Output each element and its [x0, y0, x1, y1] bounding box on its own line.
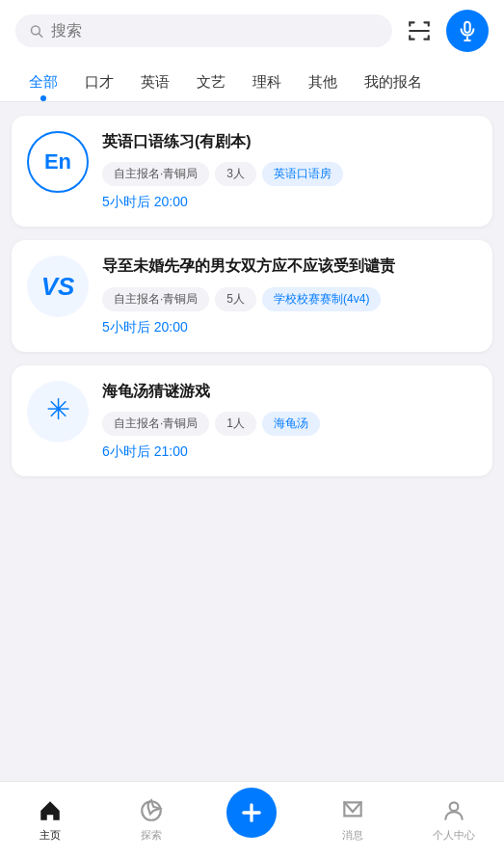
bottom-nav: 主页 探索 消息 — [0, 781, 504, 858]
svg-text:✳: ✳ — [46, 394, 70, 425]
card-vs-body: 导至未婚先孕的男女双方应不应该受到谴责 自主报名·青铜局 5人 学校校赛赛制(4… — [102, 255, 477, 335]
card-turtle-icon: ✳ — [27, 381, 89, 442]
card-turtle-tag1: 自主报名·青铜局 — [102, 412, 209, 436]
svg-rect-3 — [464, 22, 470, 33]
card-turtle-tag3: 海龟汤 — [262, 412, 320, 436]
home-icon — [37, 797, 64, 824]
card-en-tag3: 英语口语房 — [262, 162, 343, 186]
nav-plus[interactable] — [201, 788, 303, 853]
card-turtle-title: 海龟汤猜谜游戏 — [102, 381, 477, 402]
card-en-tags: 自主报名·青铜局 3人 英语口语房 — [102, 162, 477, 186]
search-bar — [0, 0, 504, 62]
card-vs-icon: VS — [27, 255, 89, 317]
card-english[interactable]: En 英语口语练习(有剧本) 自主报名·青铜局 3人 英语口语房 5小时后 20… — [12, 116, 492, 227]
card-vs-tags: 自主报名·青铜局 5人 学校校赛赛制(4v4) — [102, 287, 477, 311]
svg-point-7 — [142, 801, 161, 820]
turtle-asterisk-icon: ✳ — [40, 394, 75, 429]
card-en-tag2: 3人 — [215, 162, 256, 186]
card-vs-tag1: 自主报名·青铜局 — [102, 287, 209, 311]
card-turtle-tag2: 1人 — [215, 412, 256, 436]
svg-line-1 — [39, 34, 41, 37]
card-vs-time: 5小时后 20:00 — [102, 319, 477, 336]
nav-home-label: 主页 — [40, 828, 61, 843]
tab-english[interactable]: 英语 — [127, 62, 183, 101]
profile-icon — [440, 797, 467, 824]
tab-mine[interactable]: 我的报名 — [351, 62, 436, 101]
tab-all[interactable]: 全部 — [15, 62, 71, 101]
plus-button[interactable] — [226, 788, 277, 838]
plus-icon — [238, 799, 265, 826]
mic-button[interactable] — [446, 10, 489, 52]
explore-icon — [138, 797, 165, 824]
messages-icon — [339, 797, 366, 824]
nav-profile-label: 个人中心 — [433, 828, 475, 843]
card-vs-tag2: 5人 — [215, 287, 256, 311]
card-en-time: 5小时后 20:00 — [102, 194, 477, 211]
cards-list: En 英语口语练习(有剧本) 自主报名·青铜局 3人 英语口语房 5小时后 20… — [0, 102, 504, 563]
tab-arts[interactable]: 文艺 — [183, 62, 239, 101]
scan-button[interactable] — [402, 13, 437, 48]
tab-science[interactable]: 理科 — [239, 62, 295, 101]
card-turtle[interactable]: ✳ 海龟汤猜谜游戏 自主报名·青铜局 1人 海龟汤 6小时后 21:00 — [12, 365, 492, 476]
nav-explore-label: 探索 — [141, 828, 162, 843]
search-input-wrap[interactable] — [15, 14, 392, 47]
nav-explore[interactable]: 探索 — [101, 797, 202, 843]
card-en-icon: En — [27, 131, 89, 193]
nav-messages[interactable]: 消息 — [303, 797, 404, 843]
card-turtle-time: 6小时后 21:00 — [102, 443, 477, 461]
card-debate[interactable]: VS 导至未婚先孕的男女双方应不应该受到谴责 自主报名·青铜局 5人 学校校赛赛… — [12, 240, 492, 351]
tab-other[interactable]: 其他 — [295, 62, 351, 101]
category-tabs: 全部 口才 英语 文艺 理科 其他 我的报名 — [0, 62, 504, 102]
search-icon — [29, 23, 43, 39]
scan-icon — [407, 18, 432, 43]
card-vs-tag3: 学校校赛赛制(4v4) — [262, 287, 381, 311]
svg-point-10 — [449, 802, 458, 811]
search-input[interactable] — [51, 22, 379, 40]
nav-home[interactable]: 主页 — [0, 797, 101, 843]
card-turtle-body: 海龟汤猜谜游戏 自主报名·青铜局 1人 海龟汤 6小时后 21:00 — [102, 381, 477, 461]
card-vs-title: 导至未婚先孕的男女双方应不应该受到谴责 — [102, 255, 477, 277]
nav-messages-label: 消息 — [342, 828, 363, 843]
card-en-title: 英语口语练习(有剧本) — [102, 131, 477, 152]
nav-profile[interactable]: 个人中心 — [403, 797, 504, 843]
mic-icon — [457, 20, 478, 41]
card-turtle-tags: 自主报名·青铜局 1人 海龟汤 — [102, 412, 477, 436]
card-en-body: 英语口语练习(有剧本) 自主报名·青铜局 3人 英语口语房 5小时后 20:00 — [102, 131, 477, 211]
card-en-tag1: 自主报名·青铜局 — [102, 162, 209, 186]
tab-speech[interactable]: 口才 — [71, 62, 127, 101]
